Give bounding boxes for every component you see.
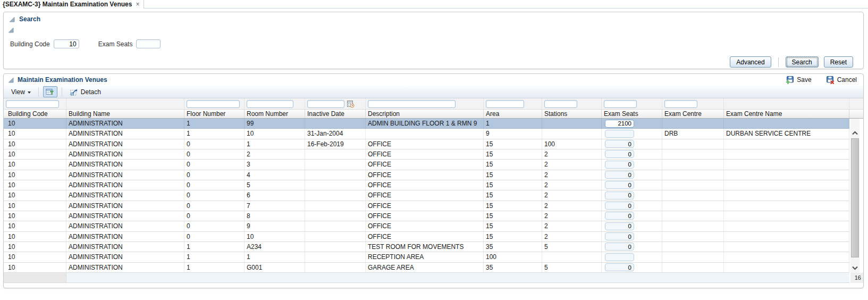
exam-seats-input[interactable] bbox=[605, 181, 634, 189]
filter-cell-inactive-date bbox=[305, 98, 366, 109]
search-button[interactable]: Search bbox=[786, 56, 819, 68]
column-header-exam-centre[interactable]: Exam Centre bbox=[662, 110, 724, 118]
table-row[interactable]: 10ADMINISTRATION06OFFICE152 bbox=[4, 190, 849, 201]
cell-exam-centre bbox=[662, 139, 724, 149]
reset-button[interactable]: Reset bbox=[824, 56, 853, 68]
table-row[interactable]: 10ADMINISTRATION08OFFICE152 bbox=[4, 211, 849, 221]
scroll-down-arrow-icon[interactable] bbox=[850, 264, 859, 272]
column-header-room-number[interactable]: Room Number bbox=[245, 110, 305, 118]
exam-seats-input[interactable] bbox=[605, 253, 634, 261]
disclosure-triangle-icon[interactable] bbox=[8, 27, 863, 33]
table-row[interactable]: 10ADMINISTRATION0116-Feb-2019OFFICE15100 bbox=[4, 139, 849, 149]
column-header-area[interactable]: Area bbox=[484, 110, 542, 118]
cell-inactive-date: 16-Feb-2019 bbox=[305, 139, 366, 149]
cell-stations: 2 bbox=[542, 211, 602, 221]
cell-exam-centre bbox=[662, 201, 724, 211]
cell-stations: 5 bbox=[542, 263, 602, 272]
cancel-disk-x-icon bbox=[826, 76, 835, 84]
table-row[interactable]: 10ADMINISTRATION1A234TEST ROOM FOR MOVEM… bbox=[4, 242, 849, 252]
column-header-description[interactable]: Description bbox=[366, 110, 484, 118]
exam-seats-input[interactable] bbox=[605, 161, 634, 169]
table-row[interactable]: 10ADMINISTRATION11031-Jan-20049DRBDURBAN… bbox=[4, 129, 849, 139]
cancel-button[interactable]: Cancel bbox=[826, 76, 857, 84]
cell-building-name: ADMINISTRATION bbox=[66, 190, 184, 200]
exam-seats-field[interactable] bbox=[136, 39, 161, 48]
exam-seats-input[interactable] bbox=[605, 171, 634, 179]
filter-area-input[interactable] bbox=[486, 100, 524, 108]
exam-seats-input[interactable] bbox=[605, 120, 634, 128]
cell-building-name: ADMINISTRATION bbox=[66, 263, 184, 272]
cell-building-name: ADMINISTRATION bbox=[66, 170, 184, 180]
filter-description-input[interactable] bbox=[368, 100, 456, 108]
exam-seats-input[interactable] bbox=[605, 212, 634, 220]
filter-exam-centre-input[interactable] bbox=[664, 100, 697, 108]
filter-cell-floor-number bbox=[184, 98, 245, 109]
exam-seats-input[interactable] bbox=[605, 243, 634, 251]
filter-inactive-date-input[interactable] bbox=[307, 100, 344, 108]
cell-building-name: ADMINISTRATION bbox=[66, 180, 184, 190]
vertical-scrollbar[interactable] bbox=[850, 119, 859, 273]
cell-stations: 2 bbox=[542, 160, 602, 169]
table-row[interactable]: 10ADMINISTRATION07OFFICE152 bbox=[4, 201, 849, 211]
view-menu-button[interactable]: View bbox=[8, 87, 34, 97]
close-icon[interactable]: × bbox=[136, 2, 139, 7]
cell-room-number: 99 bbox=[245, 119, 305, 128]
exam-seats-input[interactable] bbox=[605, 202, 634, 210]
column-header-building-name[interactable]: Building Name bbox=[66, 110, 184, 118]
exam-seats-input[interactable] bbox=[605, 140, 634, 148]
exam-seats-input[interactable] bbox=[605, 263, 634, 271]
disclosure-triangle-icon[interactable] bbox=[8, 77, 14, 83]
save-button[interactable]: Save bbox=[786, 76, 811, 84]
filter-floor-number-input[interactable] bbox=[187, 100, 240, 108]
cell-exam-centre bbox=[662, 149, 724, 159]
cell-floor-number: 0 bbox=[184, 160, 245, 169]
filter-exam-seats-input[interactable] bbox=[604, 100, 637, 108]
scroll-up-arrow-icon[interactable] bbox=[850, 129, 859, 137]
filter-stations-input[interactable] bbox=[544, 100, 577, 108]
exam-seats-input[interactable] bbox=[605, 222, 634, 230]
cell-area: 15 bbox=[484, 211, 542, 221]
column-header-floor-number[interactable]: Floor Number bbox=[184, 110, 245, 118]
filter-building-code-input[interactable] bbox=[6, 100, 59, 108]
detach-button[interactable]: Detach bbox=[66, 87, 104, 97]
table-row[interactable]: 10ADMINISTRATION11RECEPTION AREA100 bbox=[4, 252, 849, 262]
column-header-building-code[interactable]: Building Code bbox=[4, 110, 66, 118]
table-row[interactable]: 10ADMINISTRATION1G001GARAGE AREA355 bbox=[4, 263, 849, 273]
table-row[interactable]: 10ADMINISTRATION04OFFICE152 bbox=[4, 170, 849, 180]
filter-cell-building-code bbox=[4, 98, 66, 109]
cell-floor-number: 0 bbox=[184, 149, 245, 159]
scrollbar-thumb[interactable] bbox=[851, 138, 859, 257]
cell-room-number: 3 bbox=[245, 160, 305, 169]
exam-seats-input[interactable] bbox=[605, 232, 634, 240]
building-code-field[interactable] bbox=[54, 39, 79, 48]
table-row[interactable]: 10ADMINISTRATION05OFFICE152 bbox=[4, 180, 849, 190]
column-header-stations[interactable]: Stations bbox=[542, 110, 602, 118]
tab-title: {SEXAMC-3} Maintain Examination Venues bbox=[3, 1, 132, 8]
table-row[interactable]: 10ADMINISTRATION010OFFICE152 bbox=[4, 232, 849, 242]
view-menu-label: View bbox=[11, 88, 25, 96]
tab-maintain-examination-venues[interactable]: {SEXAMC-3} Maintain Examination Venues × bbox=[0, 0, 144, 9]
exam-seats-input[interactable] bbox=[605, 130, 634, 138]
cell-area: 15 bbox=[484, 221, 542, 231]
cell-area: 100 bbox=[484, 252, 542, 262]
cell-stations: 2 bbox=[542, 221, 602, 231]
column-header-exam-centre-name[interactable]: Exam Centre Name bbox=[724, 110, 849, 118]
cell-exam-centre-name bbox=[724, 242, 849, 252]
cell-room-number: 4 bbox=[245, 170, 305, 180]
cell-exam-centre bbox=[662, 180, 724, 190]
cell-exam-seats bbox=[602, 232, 662, 241]
query-by-example-toggle-button[interactable] bbox=[43, 86, 57, 97]
advanced-button[interactable]: Advanced bbox=[730, 56, 771, 68]
table-row[interactable]: 10ADMINISTRATION03OFFICE152 bbox=[4, 160, 849, 170]
disclosure-triangle-icon[interactable] bbox=[9, 16, 15, 22]
exam-seats-input[interactable] bbox=[605, 191, 634, 199]
date-picker-icon[interactable] bbox=[346, 99, 355, 108]
table-row[interactable]: 10ADMINISTRATION09OFFICE152 bbox=[4, 221, 849, 231]
cell-building-code: 10 bbox=[4, 160, 66, 169]
column-header-exam-seats[interactable]: Exam Seats bbox=[602, 110, 662, 118]
exam-seats-input[interactable] bbox=[605, 150, 634, 158]
column-header-inactive-date[interactable]: Inactive Date bbox=[305, 110, 366, 118]
table-row[interactable]: 10ADMINISTRATION199ADMIN BUILDING FLOOR … bbox=[4, 119, 849, 129]
table-row[interactable]: 10ADMINISTRATION02OFFICE152 bbox=[4, 149, 849, 160]
filter-room-number-input[interactable] bbox=[247, 100, 293, 108]
